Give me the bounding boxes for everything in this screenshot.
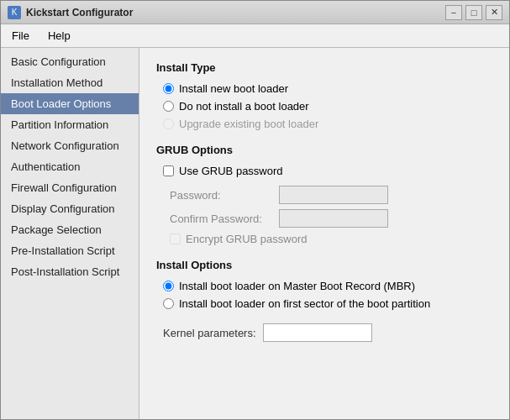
sidebar-item-boot-loader-options[interactable]: Boot Loader Options [1, 93, 139, 114]
grub-password-checkbox-label[interactable]: Use GRUB password [163, 165, 492, 177]
kernel-row: Kernel parameters: [163, 323, 492, 342]
confirm-password-field-row: Confirm Password: [170, 209, 492, 228]
radio-first-sector[interactable]: Install boot loader on first sector of t… [163, 297, 492, 310]
radio-install-new[interactable]: Install new boot loader [163, 82, 492, 95]
menu-file[interactable]: File [4, 26, 37, 45]
sidebar-item-display-configuration[interactable]: Display Configuration [1, 198, 139, 219]
confirm-password-input[interactable] [279, 209, 388, 228]
password-input[interactable] [279, 186, 388, 204]
app-icon: K [8, 6, 21, 19]
kernel-label: Kernel parameters: [163, 327, 256, 339]
password-field-row: Password: [170, 186, 492, 204]
encrypt-checkbox-label[interactable]: Encrypt GRUB password [170, 233, 492, 245]
radio-install-new-label: Install new boot loader [179, 82, 288, 95]
radio-mbr-label: Install boot loader on Master Boot Recor… [179, 280, 415, 292]
radio-install-new-input[interactable] [163, 83, 174, 94]
encrypt-label: Encrypt GRUB password [186, 233, 308, 245]
sidebar-item-post-installation-script[interactable]: Post-Installation Script [1, 261, 139, 282]
minimize-button[interactable]: − [445, 5, 462, 20]
close-button[interactable]: ✕ [486, 5, 502, 20]
maximize-button[interactable]: □ [465, 5, 482, 20]
confirm-password-label: Confirm Password: [170, 213, 279, 225]
install-options-radio-group: Install boot loader on Master Boot Recor… [163, 280, 492, 310]
radio-mbr[interactable]: Install boot loader on Master Boot Recor… [163, 280, 492, 292]
grub-section: GRUB Options Use GRUB password Password:… [156, 144, 492, 245]
kernel-input[interactable] [263, 323, 372, 342]
sidebar-item-pre-installation-script[interactable]: Pre-Installation Script [1, 240, 139, 261]
encrypt-checkbox [170, 234, 181, 244]
sidebar-item-basic-config[interactable]: Basic Configuration [1, 51, 139, 72]
sidebar-item-package-selection[interactable]: Package Selection [1, 219, 139, 240]
sidebar-item-firewall-configuration[interactable]: Firewall Configuration [1, 177, 139, 198]
title-buttons: − □ ✕ [445, 5, 502, 20]
radio-first-sector-input[interactable] [163, 298, 174, 309]
install-options-title: Install Options [156, 259, 492, 271]
radio-upgrade-existing[interactable]: Upgrade existing boot loader [163, 118, 492, 130]
grub-options-title: GRUB Options [156, 144, 492, 156]
content-area: Basic Configuration Installation Method … [1, 48, 509, 419]
radio-mbr-input[interactable] [163, 281, 174, 291]
grub-password-label: Use GRUB password [179, 165, 283, 177]
sidebar-item-authentication[interactable]: Authentication [1, 156, 139, 177]
radio-do-not-install-label: Do not install a boot loader [179, 100, 309, 113]
password-label: Password: [170, 189, 279, 202]
main-panel: Install Type Install new boot loader Do … [139, 48, 509, 419]
application-window: K Kickstart Configurator − □ ✕ File Help… [0, 0, 510, 420]
grub-password-checkbox[interactable] [163, 165, 174, 176]
title-bar-left: K Kickstart Configurator [8, 6, 133, 19]
install-options-section: Install Options Install boot loader on M… [156, 259, 492, 310]
install-type-radio-group: Install new boot loader Do not install a… [163, 82, 492, 130]
menu-help[interactable]: Help [40, 26, 78, 45]
radio-do-not-install-input[interactable] [163, 101, 174, 112]
sidebar-item-partition-information[interactable]: Partition Information [1, 114, 139, 135]
radio-do-not-install[interactable]: Do not install a boot loader [163, 100, 492, 113]
radio-first-sector-label: Install boot loader on first sector of t… [179, 297, 430, 310]
radio-upgrade-existing-label: Upgrade existing boot loader [179, 118, 318, 130]
sidebar-item-network-configuration[interactable]: Network Configuration [1, 135, 139, 156]
sidebar: Basic Configuration Installation Method … [1, 48, 139, 419]
title-bar: K Kickstart Configurator − □ ✕ [1, 1, 509, 24]
sidebar-item-installation-method[interactable]: Installation Method [1, 72, 139, 93]
radio-upgrade-existing-input [163, 118, 174, 129]
menu-bar: File Help [1, 24, 509, 48]
install-type-title: Install Type [156, 61, 492, 74]
window-title: Kickstart Configurator [26, 7, 133, 18]
